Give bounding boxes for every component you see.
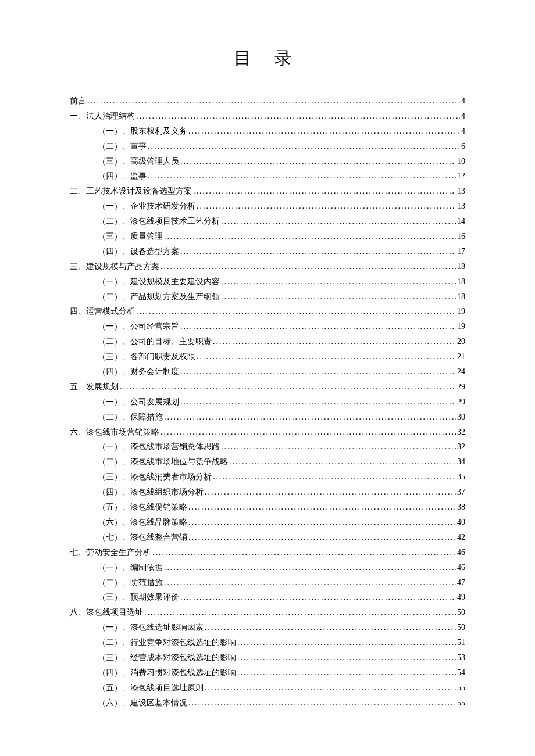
toc-label: 一、法人治理结构 — [70, 109, 135, 124]
toc-entry: 八、漆包线项目选址50 — [70, 605, 465, 620]
toc-leader-dots — [221, 274, 456, 289]
toc-label: 前言 — [70, 94, 86, 109]
toc-leader-dots — [237, 635, 456, 650]
toc-page-number: 55 — [457, 680, 465, 696]
toc-leader-dots — [213, 334, 456, 349]
toc-leader-dots — [229, 454, 456, 470]
toc-page-number: 17 — [457, 244, 465, 259]
toc-page-number: 4 — [461, 109, 465, 124]
toc-leader-dots — [237, 665, 456, 680]
toc-leader-dots — [205, 680, 456, 696]
toc-entry: （六）、漆包线品牌策略40 — [98, 515, 465, 530]
toc-entry: （四）、漆包线组织市场分析37 — [98, 485, 465, 500]
toc-leader-dots — [144, 605, 456, 620]
toc-label: （二）、董事 — [98, 139, 147, 154]
toc-leader-dots — [237, 650, 456, 665]
toc-entry: （二）、行业竞争对漆包线选址的影响51 — [98, 635, 465, 650]
toc-page-number: 32 — [457, 439, 465, 454]
toc-page-number: 10 — [457, 154, 465, 169]
toc-entry: 一、法人治理结构4 — [70, 109, 465, 124]
toc-entry: （三）、漆包线消费者市场分析35 — [98, 470, 465, 485]
page-title: 目 录 — [70, 46, 465, 70]
toc-entry: （二）、董事6 — [98, 139, 465, 154]
toc-page-number: 29 — [457, 395, 465, 410]
toc-entry: （六）、建设区基本情况55 — [98, 696, 465, 711]
toc-leader-dots — [148, 169, 456, 184]
toc-leader-dots — [160, 259, 456, 274]
toc-leader-dots — [180, 154, 456, 169]
toc-page-number: 20 — [457, 334, 465, 349]
toc-entry: （三）、各部门职责及权限21 — [98, 349, 465, 364]
toc-page-number: 18 — [457, 259, 465, 274]
toc-label: （四）、消费习惯对漆包线选址的影响 — [98, 665, 236, 680]
toc-leader-dots — [164, 410, 456, 425]
toc-label: （三）、质量管理 — [98, 229, 163, 244]
toc-page-number: 30 — [457, 410, 465, 425]
toc-leader-dots — [180, 244, 456, 259]
toc-page-number: 4 — [461, 124, 465, 139]
toc-leader-dots — [136, 109, 460, 124]
toc-leader-dots — [197, 349, 456, 364]
toc-page-number: 53 — [457, 650, 465, 665]
toc-entry: （四）、财务会计制度24 — [98, 364, 465, 379]
toc-leader-dots — [213, 470, 456, 485]
toc-label: （一）、漆包线选址影响因素 — [98, 620, 204, 635]
toc-page-number: 54 — [457, 665, 465, 680]
toc-entry: （二）、保障措施30 — [98, 410, 465, 425]
toc-label: （一）、公司发展规划 — [98, 395, 179, 410]
toc-page-number: 21 — [457, 349, 465, 364]
toc-label: （六）、建设区基本情况 — [98, 696, 187, 711]
toc-label: （二）、保障措施 — [98, 410, 163, 425]
toc-entry: （一）、公司经营宗旨19 — [98, 319, 465, 334]
toc-entry: （二）、公司的目标、主要职责20 — [98, 334, 465, 349]
toc-entry: 七、劳动安全生产分析46 — [70, 545, 465, 560]
toc-entry: （四）、消费习惯对漆包线选址的影响54 — [98, 665, 465, 680]
toc-leader-dots — [164, 560, 456, 575]
toc-label: （二）、漆包线项目技术工艺分析 — [98, 214, 220, 229]
toc-leader-dots — [180, 395, 456, 410]
toc-leader-dots — [188, 696, 456, 711]
toc-entry: 前言4 — [70, 94, 465, 109]
toc-label: （一）、漆包线市场营销总体思路 — [98, 439, 220, 454]
toc-label: （四）、监事 — [98, 169, 147, 184]
toc-leader-dots — [164, 229, 456, 244]
toc-label: （五）、漆包线项目选址原则 — [98, 680, 204, 696]
toc-entry: （二）、防范措施47 — [98, 575, 465, 590]
toc-page-number: 50 — [457, 620, 465, 635]
toc-leader-dots — [136, 304, 456, 319]
toc-entry: （三）、高级管理人员10 — [98, 154, 465, 169]
toc-label: （二）、公司的目标、主要职责 — [98, 334, 212, 349]
toc-label: （四）、设备选型方案 — [98, 244, 179, 259]
toc-leader-dots — [180, 590, 456, 605]
toc-entry: （一）、股东权利及义务4 — [98, 124, 465, 139]
toc-entry: （三）、预期效果评价49 — [98, 590, 465, 605]
toc-label: （三）、经营成本对漆包线选址的影响 — [98, 650, 236, 665]
toc-label: （二）、防范措施 — [98, 575, 163, 590]
toc-leader-dots — [197, 199, 456, 214]
toc-page-number: 51 — [457, 635, 465, 650]
toc-leader-dots — [221, 289, 456, 304]
toc-label: （三）、预期效果评价 — [98, 590, 179, 605]
toc-entry: （一）、公司发展规划29 — [98, 395, 465, 410]
toc-label: （三）、漆包线消费者市场分析 — [98, 470, 212, 485]
toc-label: （四）、财务会计制度 — [98, 364, 179, 379]
toc-entry: 四、运营模式分析19 — [70, 304, 465, 319]
toc-page-number: 13 — [457, 184, 465, 199]
toc-leader-dots — [188, 124, 460, 139]
toc-page-number: 32 — [457, 425, 465, 440]
toc-leader-dots — [205, 485, 456, 500]
toc-leader-dots — [188, 530, 456, 545]
toc-label: （一）、企业技术研发分析 — [98, 199, 195, 214]
toc-leader-dots — [120, 379, 456, 395]
toc-entry: （五）、漆包线项目选址原则55 — [98, 680, 465, 696]
toc-page-number: 16 — [457, 229, 465, 244]
toc-page-number: 46 — [457, 545, 465, 560]
toc-entry: （一）、编制依据46 — [98, 560, 465, 575]
toc-entry: （七）、漆包线整合营销42 — [98, 530, 465, 545]
toc-page-number: 46 — [457, 560, 465, 575]
toc-leader-dots — [180, 364, 456, 379]
toc-leader-dots — [205, 620, 456, 635]
toc-page-number: 55 — [457, 696, 465, 711]
toc-entry: （一）、建设规模及主要建设内容18 — [98, 274, 465, 289]
toc-page-number: 19 — [457, 304, 465, 319]
